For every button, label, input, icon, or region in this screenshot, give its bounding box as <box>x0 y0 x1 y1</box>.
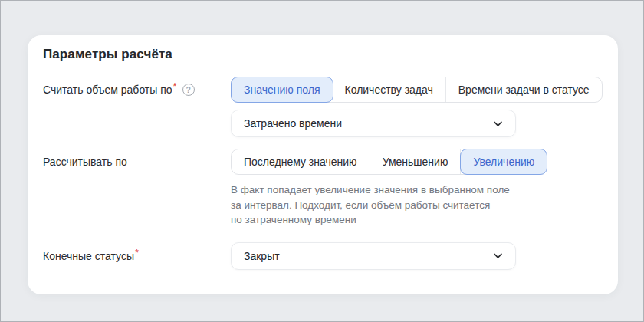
required-asterisk: * <box>173 74 177 100</box>
required-asterisk: * <box>135 239 139 267</box>
field-label-text: Конечные статусы <box>43 242 134 270</box>
form-row-calculate-by: Рассчитывать по Последнему значению Умен… <box>43 149 599 228</box>
help-text-line: за интервал. Подходит, если объём работы… <box>231 198 547 213</box>
calculate-by-controls: Последнему значению Уменьшению Увеличени… <box>231 149 547 228</box>
calculation-parameters-panel: Параметры расчёта Считать объем работы п… <box>28 35 618 294</box>
help-text: В факт попадает увеличение значения в вы… <box>231 182 547 228</box>
help-icon[interactable]: ? <box>182 84 195 96</box>
segment-option-time-in-status[interactable]: Времени задачи в статусе <box>446 77 602 102</box>
help-text-line: В факт попадает увеличение значения в вы… <box>231 182 547 198</box>
field-label-text: Рассчитывать по <box>43 149 127 175</box>
segmented-control-calculate-by: Последнему значению Уменьшению Увеличени… <box>231 149 547 175</box>
final-statuses-controls: Закрыт <box>231 242 516 270</box>
page-background: Параметры расчёта Считать объем работы п… <box>0 0 644 322</box>
segmented-control-work-volume: Значению поля Количеству задач Времени з… <box>231 77 603 103</box>
work-volume-controls: Значению поля Количеству задач Времени з… <box>231 77 603 137</box>
field-label-work-volume: Считать объем работы по* ? <box>43 77 231 103</box>
segment-option-field-value[interactable]: Значению поля <box>231 77 334 103</box>
chevron-down-icon <box>492 118 504 130</box>
select-value: Затрачено времени <box>244 117 342 130</box>
field-label-calculate-by: Рассчитывать по <box>43 149 231 175</box>
select-value: Закрыт <box>244 250 280 262</box>
help-text-line: по затраченному времени <box>231 212 547 228</box>
chevron-down-icon <box>492 250 504 261</box>
field-label-final-statuses: Конечные статусы* <box>43 242 231 270</box>
segment-option-task-count[interactable]: Количеству задач <box>333 77 446 102</box>
segment-option-decrease[interactable]: Уменьшению <box>370 150 462 174</box>
field-select-time-spent[interactable]: Затрачено времени <box>231 110 516 137</box>
segment-option-increase[interactable]: Увеличению <box>460 149 547 175</box>
panel-title: Параметры расчёта <box>43 46 599 63</box>
form-row-work-volume: Считать объем работы по* ? Значению поля… <box>43 77 599 137</box>
form-row-final-statuses: Конечные статусы* Закрыт <box>43 242 599 270</box>
field-label-text: Считать объем работы по <box>43 77 172 103</box>
segment-option-last-value[interactable]: Последнему значению <box>232 150 370 174</box>
field-select-final-status[interactable]: Закрыт <box>231 242 516 270</box>
